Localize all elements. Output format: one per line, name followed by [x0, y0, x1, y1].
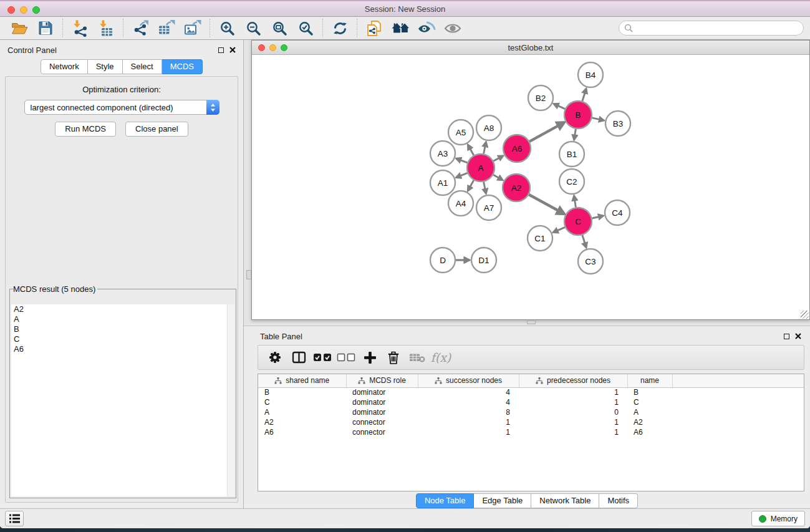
- network-minimize-button[interactable]: [269, 44, 276, 51]
- vertical-scrollbar-thumb[interactable]: [246, 270, 251, 279]
- table-panel-header[interactable]: Table Panel: [244, 326, 810, 344]
- result-scrollbar[interactable]: [227, 304, 234, 496]
- toggle-columns-icon[interactable]: [287, 351, 311, 364]
- save-session-icon[interactable]: [32, 18, 59, 38]
- table-row[interactable]: Adominator80A: [258, 407, 804, 417]
- graph-edge-C-C3[interactable]: [582, 235, 586, 248]
- graph-edge-C-C4[interactable]: [592, 216, 603, 218]
- import-network-icon[interactable]: [67, 18, 93, 38]
- column-header-name[interactable]: name: [627, 374, 672, 387]
- show-all-eye-icon[interactable]: [440, 18, 466, 38]
- home-layout-icon[interactable]: [387, 18, 413, 38]
- network-window-titlebar[interactable]: testGlobe.txt: [252, 41, 809, 55]
- table-cell-filler: [672, 417, 804, 427]
- graph-edge-A-A2[interactable]: [493, 175, 503, 180]
- horizontal-scrollbar-thumb[interactable]: [527, 321, 536, 324]
- search-input[interactable]: [619, 21, 804, 36]
- open-session-icon[interactable]: [6, 18, 32, 38]
- table-cell: 1: [519, 427, 627, 437]
- graph-edge-A-A5[interactable]: [468, 145, 473, 155]
- table-row[interactable]: Bdominator41B: [258, 387, 804, 397]
- graph-edge-A-A6[interactable]: [493, 156, 503, 161]
- tab-network-table[interactable]: Network Table: [531, 493, 599, 508]
- mcds-result-item[interactable]: C: [11, 334, 234, 344]
- close-panel-button[interactable]: Close panel: [125, 122, 188, 137]
- delete-column-trash-icon[interactable]: [382, 351, 405, 365]
- clone-network-icon[interactable]: [361, 18, 387, 38]
- refresh-layout-icon[interactable]: [327, 18, 353, 38]
- close-panel-icon[interactable]: [229, 47, 236, 53]
- table-row[interactable]: A2connector11A2: [258, 417, 804, 427]
- float-table-panel-icon[interactable]: [784, 334, 789, 339]
- import-table-icon[interactable]: [93, 18, 119, 38]
- zoom-window-button[interactable]: [32, 6, 40, 14]
- table-row[interactable]: Cdominator41C: [258, 397, 804, 407]
- float-panel-icon[interactable]: [218, 47, 224, 53]
- graph-node-label-C1: C1: [534, 234, 545, 243]
- table-cell: 8: [418, 407, 519, 417]
- export-table-icon[interactable]: [153, 18, 180, 38]
- network-zoom-button[interactable]: [281, 44, 287, 51]
- network-close-button[interactable]: [258, 44, 265, 51]
- zoom-selected-icon[interactable]: [292, 18, 319, 38]
- mcds-result-item[interactable]: B: [11, 324, 234, 334]
- graph-edge-B-B3[interactable]: [592, 118, 604, 120]
- deselect-all-checkboxes-icon[interactable]: [334, 352, 358, 362]
- tab-select[interactable]: Select: [123, 59, 162, 74]
- graph-edge-B-B4[interactable]: [582, 89, 586, 101]
- run-mcds-button[interactable]: Run MCDS: [55, 122, 116, 137]
- tab-mcds[interactable]: MCDS: [162, 59, 203, 74]
- tab-edge-table[interactable]: Edge Table: [474, 493, 531, 508]
- tab-style[interactable]: Style: [88, 59, 123, 74]
- mcds-result-item[interactable]: A2: [11, 304, 234, 314]
- minimize-window-button[interactable]: [20, 6, 27, 14]
- graph-edge-A2-C[interactable]: [529, 195, 564, 214]
- graph-edge-A6-B[interactable]: [529, 122, 564, 142]
- mcds-result-item[interactable]: A: [11, 314, 234, 324]
- graph-edge-B-B1[interactable]: [574, 129, 576, 140]
- window-resize-grip[interactable]: [801, 311, 809, 319]
- graph-edge-A-A8[interactable]: [484, 142, 486, 154]
- criterion-dropdown-value: largest connected component (directed): [31, 103, 173, 112]
- graph-edge-C-C2[interactable]: [574, 196, 576, 208]
- graph-edge-A-A7[interactable]: [484, 182, 486, 194]
- tab-motifs[interactable]: Motifs: [599, 493, 638, 508]
- network-canvas[interactable]: B4B2BB3A8A5A6A3B1AC2A1A2A4A7C4CC1DD1C3: [252, 55, 809, 319]
- column-header-predecessor-nodes[interactable]: predecessor nodes: [519, 374, 627, 387]
- memory-button[interactable]: Memory: [751, 511, 805, 526]
- network-desktop: testGlobe.txt B4B2BB3A8A5A6A3B1AC2A1A2A4…: [244, 40, 810, 508]
- graph-edge-C-C1[interactable]: [553, 227, 565, 232]
- table-cell: 4: [418, 387, 519, 397]
- memory-label: Memory: [771, 515, 798, 523]
- control-panel-header[interactable]: Control Panel: [0, 40, 243, 56]
- window-titlebar[interactable]: Session: New Session: [0, 0, 810, 17]
- graph-edge-B-B2[interactable]: [554, 104, 565, 109]
- settings-gear-icon[interactable]: [263, 351, 287, 364]
- task-history-button[interactable]: [5, 511, 24, 526]
- zoom-in-icon[interactable]: [214, 18, 240, 38]
- select-all-checkboxes-icon[interactable]: [311, 352, 334, 362]
- close-window-button[interactable]: [7, 6, 15, 14]
- tab-node-table[interactable]: Node Table: [416, 493, 475, 508]
- column-header-shared-name[interactable]: shared name: [258, 374, 346, 387]
- network-graph: B4B2BB3A8A5A6A3B1AC2A1A2A4A7C4CC1DD1C3: [252, 55, 809, 319]
- tab-network[interactable]: Network: [41, 59, 88, 74]
- graph-edge-A-A4[interactable]: [468, 180, 473, 191]
- column-header-MCDS-role[interactable]: MCDS role: [346, 374, 418, 387]
- zoom-out-icon[interactable]: [240, 18, 266, 38]
- column-header-successor-nodes[interactable]: successor nodes: [418, 374, 519, 387]
- table-row[interactable]: A6connector11A6: [258, 427, 804, 437]
- export-network-icon[interactable]: [127, 18, 153, 38]
- hide-selected-eye-icon[interactable]: [413, 18, 440, 38]
- criterion-dropdown[interactable]: largest connected component (directed): [24, 100, 219, 115]
- graph-edge-A-A1[interactable]: [456, 173, 467, 177]
- graph-node-label-B: B: [575, 110, 581, 120]
- export-image-icon[interactable]: [180, 18, 206, 38]
- close-table-panel-icon[interactable]: [795, 333, 801, 339]
- add-column-icon[interactable]: [358, 351, 382, 364]
- table-cell: C: [258, 397, 346, 407]
- zoom-fit-icon[interactable]: [266, 18, 292, 38]
- graph-edge-A-A3[interactable]: [456, 158, 468, 163]
- mcds-result-item[interactable]: A6: [11, 344, 234, 354]
- table-cell: B: [627, 387, 672, 397]
